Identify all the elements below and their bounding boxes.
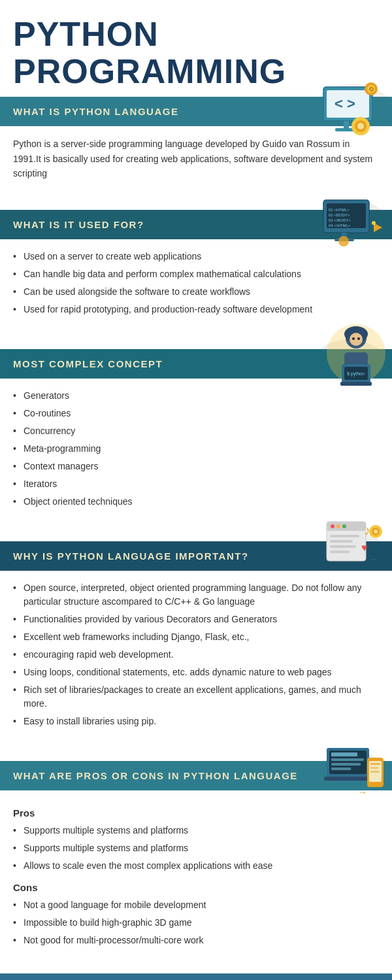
list-item: Used on a server to create web applicati…	[13, 250, 379, 263]
used-for-icon: 01 <HTML> 02 <BODY> 03 </BODY> 04 </HTML…	[320, 187, 385, 249]
section5-content: Pros Supports multiple systems and platf…	[0, 790, 392, 967]
cons-heading: Cons	[13, 882, 379, 893]
pros-heading: Pros	[13, 807, 379, 819]
list-item: Object oriented techniques	[13, 495, 379, 509]
svg-point-37	[336, 524, 340, 528]
section-why-important: WHY IS PYTHON LANGUAGE IMPORTANT? ♪ ♥ →	[0, 541, 392, 748]
list-item: Context managers	[13, 460, 379, 473]
complex-concept-icon: $ python	[317, 320, 389, 388]
svg-point-48	[374, 530, 378, 533]
svg-rect-39	[330, 535, 359, 537]
list-item: Easy to install libraries using pip.	[13, 715, 379, 728]
svg-rect-55	[324, 777, 371, 781]
footer: Website www.myassignmentservices.com M M…	[0, 973, 392, 980]
svg-point-38	[342, 524, 346, 528]
section3-content: Generators Co-routines Concurrency Meta-…	[0, 379, 392, 528]
python-language-icon: < > ⚙	[314, 77, 385, 143]
cons-list: Not a good language for mobile developme…	[13, 898, 379, 947]
svg-rect-33	[340, 382, 372, 386]
svg-text:01 <HTML>: 01 <HTML>	[329, 208, 350, 212]
section-pros-cons: WHAT ARE PROS OR CONS IN PYTHON LANGUAGE	[0, 761, 392, 967]
svg-rect-51	[331, 752, 357, 756]
list-item: Using loops, conditional statements, etc…	[13, 666, 379, 679]
list-item: Used for rapid prototyping, and producti…	[13, 303, 379, 316]
pros-list: Supports multiple systems and platforms …	[13, 824, 379, 873]
list-item: Co-routines	[13, 407, 379, 420]
svg-text:→: →	[368, 554, 377, 564]
section-what-is-python: WHAT IS PYTHON LANGUAGE < > ⚙ Python is …	[0, 97, 392, 196]
pros-cons-icon: →	[320, 735, 389, 800]
list-item: Functionalities provided by various Deco…	[13, 613, 379, 626]
svg-point-27	[357, 337, 360, 340]
list-item: Supports multiple systems and platforms	[13, 824, 379, 837]
section4-content: Open source, interpreted, object oriente…	[0, 571, 392, 748]
list-item: Open source, interpreted, object oriente…	[13, 581, 379, 609]
section-used-for: WHAT IS IT USED FOR? 01 <HTML> 02 <BODY>…	[0, 210, 392, 336]
svg-text:02 <BODY>: 02 <BODY>	[329, 213, 350, 217]
svg-rect-54	[331, 768, 351, 770]
list-item: Can be used alongside the software to cr…	[13, 285, 379, 299]
section3-list: Generators Co-routines Concurrency Meta-…	[13, 389, 379, 509]
svg-text:♥: ♥	[361, 542, 368, 553]
svg-point-61	[373, 783, 377, 786]
svg-rect-58	[370, 763, 380, 765]
section4-list: Open source, interpreted, object oriente…	[13, 581, 379, 728]
list-item: Supports multiple systems and platforms	[13, 841, 379, 855]
svg-point-10	[357, 123, 364, 129]
list-item: Not a good language for mobile developme…	[13, 898, 379, 912]
important-icon: ♪ ♥ →	[317, 515, 389, 581]
section-complex-concept: MOST COMPLEX CONCEPT $ python	[0, 349, 392, 528]
list-item: Generators	[13, 389, 379, 403]
svg-rect-60	[370, 771, 380, 773]
svg-point-36	[331, 524, 335, 528]
svg-text:03 </BODY>: 03 </BODY>	[329, 218, 351, 222]
svg-text:$ python: $ python	[347, 371, 365, 377]
svg-rect-53	[331, 763, 361, 766]
list-item: Rich set of libraries/packages to create…	[13, 683, 379, 711]
list-item: Can handle big data and perform complex …	[13, 267, 379, 281]
list-item: Iterators	[13, 477, 379, 491]
svg-rect-40	[330, 540, 353, 543]
section2-list: Used on a server to create web applicati…	[13, 250, 379, 316]
svg-rect-3	[344, 121, 349, 129]
svg-text:→: →	[358, 787, 367, 798]
svg-rect-42	[330, 550, 350, 553]
svg-point-21	[372, 221, 376, 225]
svg-point-25	[350, 333, 363, 346]
svg-rect-59	[370, 767, 378, 769]
svg-point-19	[338, 236, 349, 246]
list-item: Excellent web frameworks including Djang…	[13, 630, 379, 644]
list-item: encouraging rapid web development.	[13, 648, 379, 662]
list-item: Meta-programming	[13, 442, 379, 456]
svg-point-26	[352, 337, 355, 340]
svg-rect-52	[331, 758, 364, 761]
svg-rect-41	[330, 545, 356, 548]
list-item: Impossible to build high-graphic 3D game	[13, 916, 379, 930]
svg-text:⚙: ⚙	[368, 86, 374, 93]
list-item: Concurrency	[13, 424, 379, 438]
list-item: Not good for multi-processor/multi-core …	[13, 934, 379, 947]
svg-text:04 </HTML>: 04 </HTML>	[329, 224, 351, 228]
svg-text:< >: < >	[335, 95, 355, 112]
list-item: Allows to scale even the most complex ap…	[13, 859, 379, 873]
